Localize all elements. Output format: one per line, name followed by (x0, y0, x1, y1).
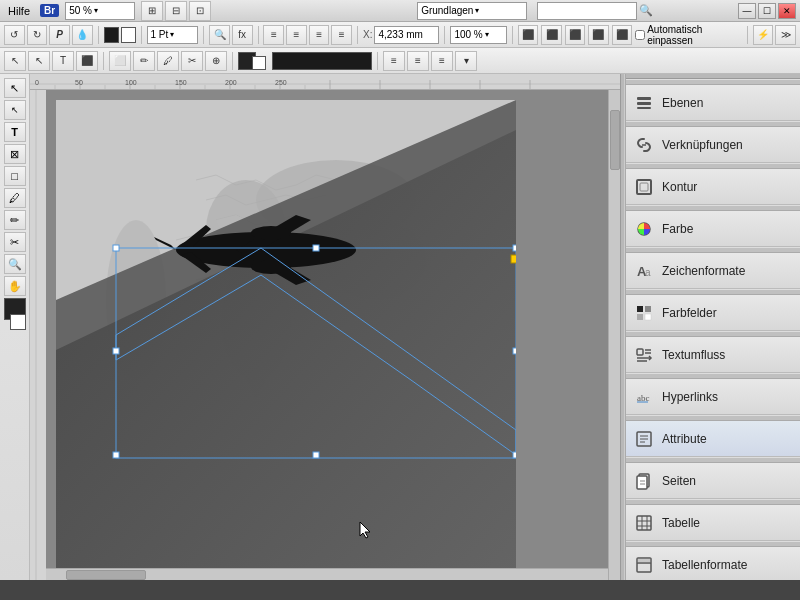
canvas-scrollbar-h[interactable] (46, 568, 608, 580)
fill-stroke-group (238, 52, 266, 70)
panel-item-tabelle[interactable]: Tabelle (626, 505, 800, 541)
svg-rect-60 (645, 314, 651, 320)
panel-item-ebenen[interactable]: Ebenen (626, 85, 800, 121)
tool-btn-7[interactable]: 🖊 (157, 51, 179, 71)
format-btn-4[interactable]: ▾ (455, 51, 477, 71)
rect-tool[interactable]: □ (4, 166, 26, 186)
sep10 (232, 52, 233, 70)
tool-btn-3[interactable]: T (52, 51, 74, 71)
align-justify-btn[interactable]: ≡ (331, 25, 352, 45)
format-btn-3[interactable]: ≡ (431, 51, 453, 71)
zoom-tool-left[interactable]: 🔍 (4, 254, 26, 274)
panel-item-hyperlinks[interactable]: abc Hyperlinks (626, 379, 800, 415)
svg-rect-24 (30, 90, 46, 580)
text-tool-btn[interactable]: P (49, 25, 70, 45)
view-btn-2[interactable]: ⊟ (165, 1, 187, 21)
farbe-label: Farbe (662, 222, 693, 236)
svg-rect-76 (637, 516, 651, 530)
stroke-weight-dropdown[interactable]: 1 Pt ▾ (147, 26, 199, 44)
view-btn-1[interactable]: ⊞ (141, 1, 163, 21)
autofit-icon3[interactable]: ⬛ (565, 25, 585, 45)
panel-item-farbfelder[interactable]: Farbfelder (626, 295, 800, 331)
grundlagen-dropdown[interactable]: Grundlagen ▾ (417, 2, 527, 20)
tool-btn-1[interactable]: ↖ (4, 51, 26, 71)
autofit-icon2[interactable]: ⬛ (541, 25, 561, 45)
tool-btn-6[interactable]: ✏ (133, 51, 155, 71)
tool-btn-8[interactable]: ✂ (181, 51, 203, 71)
stroke-indicator[interactable] (10, 314, 26, 330)
view-btn-3[interactable]: ⊡ (189, 1, 211, 21)
extra-btn[interactable]: ≫ (775, 25, 796, 45)
search-input[interactable] (537, 2, 637, 20)
format-btn-1[interactable]: ≡ (383, 51, 405, 71)
close-btn[interactable]: ✕ (778, 3, 796, 19)
x-input[interactable] (374, 26, 439, 44)
panel-item-tabellenformate[interactable]: Tabellenformate (626, 547, 800, 580)
color-swatch[interactable] (104, 27, 119, 43)
align-left-btn[interactable]: ≡ (263, 25, 284, 45)
panel-item-kontur[interactable]: Kontur (626, 169, 800, 205)
panel-item-seiten[interactable]: Seiten (626, 463, 800, 499)
autofit-checkbox[interactable] (635, 30, 645, 40)
align-right-btn[interactable]: ≡ (309, 25, 330, 45)
redo-btn[interactable]: ↻ (27, 25, 48, 45)
direct-select-tool[interactable]: ↖ (4, 100, 26, 120)
minimize-btn[interactable]: — (738, 3, 756, 19)
scrollbar-thumb-h[interactable] (66, 570, 146, 580)
svg-rect-40 (313, 245, 319, 251)
tool-btn-2[interactable]: ↖ (28, 51, 50, 71)
panel-item-farbe[interactable]: Farbe (626, 211, 800, 247)
scrollbar-thumb[interactable] (610, 110, 620, 170)
panel-item-textumfluss[interactable]: Textumfluss (626, 337, 800, 373)
undo-btn[interactable]: ↺ (4, 25, 25, 45)
panel-item-verknuepfungen[interactable]: Verknüpfungen (626, 127, 800, 163)
x-position-field[interactable]: X: (363, 26, 439, 44)
select-tool[interactable]: ↖ (4, 78, 26, 98)
panel-item-zeichenformate[interactable]: A a Zeichenformate (626, 253, 800, 289)
canvas-area[interactable]: 0 50 100 150 200 250 (30, 74, 620, 580)
titlebar-controls[interactable]: — ☐ ✕ (738, 3, 796, 19)
zoom-btn[interactable]: 🔍 (209, 25, 230, 45)
scissors-tool[interactable]: ✂ (4, 232, 26, 252)
fx-btn[interactable]: fx (232, 25, 253, 45)
svg-rect-47 (511, 255, 516, 263)
svg-rect-57 (637, 306, 643, 312)
main-area: ↖ ↖ T ⊠ □ 🖊 ✏ ✂ 🔍 ✋ 0 50 100 150 (0, 74, 800, 580)
autofit-icon5[interactable]: ⬛ (612, 25, 632, 45)
color-fill-box[interactable] (272, 52, 372, 70)
pen-tool[interactable]: 🖊 (4, 188, 26, 208)
panel-item-attribute[interactable]: Attribute (626, 421, 800, 457)
tool-btn-4[interactable]: ⬛ (76, 51, 98, 71)
svg-rect-41 (513, 245, 516, 251)
format-btn-2[interactable]: ≡ (407, 51, 429, 71)
type-tool[interactable]: T (4, 122, 26, 142)
eyedropper-btn[interactable]: 💧 (72, 25, 93, 45)
table-icon (634, 513, 654, 533)
svg-rect-39 (113, 245, 119, 251)
pencil-tool[interactable]: ✏ (4, 210, 26, 230)
align-center-btn[interactable]: ≡ (286, 25, 307, 45)
canvas-scrollbar[interactable] (608, 90, 620, 580)
scale-dropdown[interactable]: 100 % ▾ (450, 26, 506, 44)
frame-tool[interactable]: ⊠ (4, 144, 26, 164)
search-bar[interactable]: 🔍 (537, 2, 653, 20)
sep2 (141, 26, 142, 44)
ruler-top: 0 50 100 150 200 250 (30, 74, 620, 90)
stroke-swatch[interactable] (121, 27, 136, 43)
hand-tool[interactable]: ✋ (4, 276, 26, 296)
lightning-btn[interactable]: ⚡ (753, 25, 774, 45)
zeichenformate-label: Zeichenformate (662, 264, 745, 278)
restore-btn[interactable]: ☐ (758, 3, 776, 19)
br-badge[interactable]: Br (40, 4, 59, 17)
svg-rect-0 (30, 74, 620, 90)
tool-btn-9[interactable]: ⊕ (205, 51, 227, 71)
page-canvas[interactable] (46, 90, 620, 580)
zoom-dropdown[interactable]: 50 % ▾ (65, 2, 135, 20)
autofit-icon4[interactable]: ⬛ (588, 25, 608, 45)
stroke-white[interactable] (252, 56, 266, 70)
tool-btn-5[interactable]: ⬜ (109, 51, 131, 71)
menu-hilfe[interactable]: Hilfe (4, 3, 34, 19)
autofit-icon[interactable]: ⬛ (518, 25, 538, 45)
svg-text:200: 200 (225, 79, 237, 86)
view-buttons[interactable]: ⊞ ⊟ ⊡ (141, 1, 211, 21)
